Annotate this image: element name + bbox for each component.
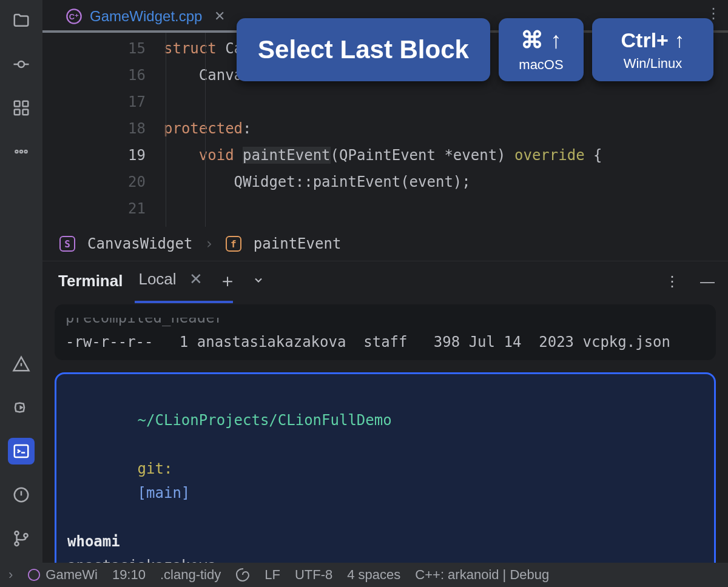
new-terminal-tab-icon[interactable]: ＋ (218, 269, 237, 294)
svg-point-7 (24, 150, 27, 153)
terminal-output: anastasiakazakova (67, 557, 217, 563)
status-expand-icon[interactable]: › (8, 567, 13, 583)
svg-point-0 (18, 61, 24, 67)
status-clang-tidy[interactable]: .clang-tidy (160, 567, 221, 583)
git-branch: [main] (138, 485, 190, 501)
tab-close-icon[interactable]: ✕ (214, 8, 225, 24)
terminal-tab[interactable]: Local ✕ (138, 270, 202, 292)
editor-tab[interactable]: C⁺ GameWidget.cpp ✕ (55, 0, 236, 33)
svg-rect-3 (15, 110, 20, 115)
svg-point-15 (29, 569, 39, 580)
commit-icon[interactable] (8, 51, 35, 78)
svg-rect-8 (15, 445, 29, 457)
status-config[interactable]: C++: arkanoid | Debug (415, 567, 549, 583)
svg-point-12 (24, 534, 27, 537)
svg-point-6 (20, 150, 22, 153)
more-icon[interactable] (8, 138, 35, 165)
git-branch-icon[interactable] (8, 525, 35, 552)
svg-rect-2 (23, 101, 29, 107)
breadcrumb-func[interactable]: paintEvent (254, 235, 342, 252)
editor-gutter: 15161718192021 (42, 35, 164, 227)
callout-action: Select Last Block (237, 18, 490, 81)
breadcrumb-sep: › (204, 235, 213, 252)
git-label: git: (138, 460, 173, 477)
svg-point-5 (15, 150, 18, 153)
callout-win: Ctrl+ ↑ Win/Linux (592, 18, 713, 81)
terminal-command: whoami (67, 533, 120, 550)
svg-point-11 (15, 542, 18, 546)
folder-icon[interactable] (8, 7, 35, 34)
status-eol[interactable]: LF (265, 567, 280, 583)
tab-filename: GameWidget.cpp (90, 8, 202, 25)
spiral-icon[interactable] (235, 568, 250, 582)
build-warning-icon[interactable] (8, 351, 35, 377)
cpp-file-icon (27, 568, 41, 582)
structure-icon[interactable] (8, 95, 35, 121)
breadcrumb[interactable]: S CanvasWidget › f paintEvent (42, 227, 728, 261)
run-icon[interactable] (8, 394, 35, 421)
svg-rect-4 (23, 110, 29, 115)
status-bar: › GameWi 19:10 .clang-tidy LF UTF-8 4 sp… (0, 563, 728, 587)
terminal-ls-line: -rw-r--r-- 1 anastasiakazakova staff 398… (66, 330, 705, 354)
terminal-tab-close-icon[interactable]: ✕ (189, 270, 203, 288)
terminal-dropdown-icon[interactable] (252, 272, 265, 290)
cpp-file-icon: C⁺ (66, 8, 83, 25)
status-indent[interactable]: 4 spaces (347, 567, 400, 583)
prompt-path: ~/CLionProjects/CLionFullDemo (138, 412, 392, 429)
terminal-icon[interactable] (8, 438, 35, 465)
callout-mac: ⌘ ↑ macOS (499, 18, 584, 81)
terminal-body[interactable]: precompiled_header -rw-r--r-- 1 anastasi… (42, 301, 728, 563)
struct-icon: S (59, 236, 75, 252)
status-file[interactable]: GameWi (27, 567, 98, 583)
problems-icon[interactable] (8, 481, 35, 508)
svg-text:C⁺: C⁺ (69, 12, 79, 21)
breadcrumb-struct[interactable]: CanvasWidget (87, 235, 192, 252)
panel-title: Terminal (58, 272, 123, 290)
status-cursor-pos[interactable]: 19:10 (112, 567, 146, 583)
minimize-panel-icon[interactable]: — (700, 273, 715, 290)
terminal-selected-block[interactable]: ~/CLionProjects/CLionFullDemo git: [main… (55, 372, 716, 563)
function-icon: f (226, 236, 241, 252)
svg-rect-1 (15, 101, 20, 107)
terminal-cut-line: precompiled_header (66, 306, 705, 330)
terminal-options-icon[interactable]: ⋮ (665, 273, 679, 290)
status-encoding[interactable]: UTF-8 (295, 567, 332, 583)
svg-point-10 (15, 531, 18, 535)
